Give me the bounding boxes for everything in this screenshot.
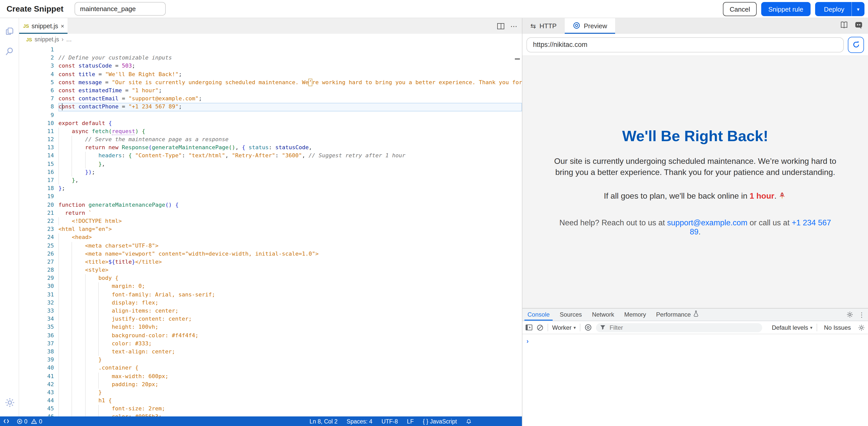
code-line[interactable]: 11async fetch(request) { (19, 127, 522, 136)
code-line[interactable]: 30margin: 0; (19, 283, 522, 291)
tab-close-icon[interactable]: × (61, 23, 64, 29)
code-line[interactable]: 14headers: { "Content-Type": "text/html"… (19, 152, 522, 160)
code-line[interactable]: 31font-family: Arial, sans-serif; (19, 291, 522, 299)
console-settings-gear-icon[interactable] (858, 324, 865, 331)
tab-http[interactable]: ⇆ HTTP (522, 18, 565, 34)
code-line[interactable]: 46color: #0056b3; (19, 413, 522, 417)
breadcrumb-more[interactable]: … (66, 36, 72, 42)
indent-setting[interactable]: Spaces: 4 (347, 418, 372, 424)
code-line[interactable]: 37color: #333; (19, 340, 522, 348)
code-line[interactable]: 6const estimatedTime = "1 hour"; (19, 87, 522, 95)
breadcrumb-file[interactable]: snippet.js (34, 36, 59, 42)
code-line[interactable]: 18}; (19, 184, 522, 193)
code-line[interactable]: 25<meta charset="UTF-8"> (19, 242, 522, 250)
code-line[interactable]: 20function generateMaintenancePage() { (19, 201, 522, 209)
log-levels-dropdown[interactable]: Default levels▾ (772, 324, 812, 331)
breadcrumb[interactable]: JS snippet.js › … (19, 34, 522, 45)
code-line[interactable]: 32display: flex; (19, 299, 522, 307)
cancel-button[interactable]: Cancel (723, 2, 757, 16)
deploy-button[interactable]: Deploy (815, 5, 851, 13)
code-line[interactable]: 8const contactPhone = "+1 234 567 89"; (19, 103, 522, 111)
code-line[interactable]: 10export default { (19, 119, 522, 127)
discord-chat-icon[interactable] (855, 21, 863, 31)
tab-label: snippet.js (31, 23, 58, 29)
code-line[interactable]: 23<html lang="en"> (19, 225, 522, 233)
code-line[interactable]: 7const contactEmail = "support@example.c… (19, 95, 522, 103)
code-line[interactable]: 19 (19, 193, 522, 201)
live-expression-eye-icon[interactable] (584, 324, 592, 331)
code-line[interactable]: 27<title>${title}</title> (19, 258, 522, 266)
tab-memory[interactable]: Memory (619, 309, 651, 321)
code-line[interactable]: 41max-width: 600px; (19, 372, 522, 380)
devtools-settings-gear-icon[interactable] (846, 311, 854, 318)
code-line[interactable]: 13return new Response(generateMaintenanc… (19, 144, 522, 152)
snippet-rule-button[interactable]: Snippet rule (761, 2, 810, 16)
code-line[interactable]: 17}, (19, 176, 522, 184)
line-number: 28 (19, 266, 54, 274)
code-line[interactable]: 5const message = "Our site is currently … (19, 79, 522, 87)
tab-preview[interactable]: Preview (565, 18, 615, 34)
problems-indicator[interactable]: 0 0 (17, 418, 42, 424)
code-line[interactable]: 28<style> (19, 266, 522, 274)
console-sidebar-toggle-icon[interactable] (525, 324, 532, 331)
console-prompt-chevron[interactable]: › (526, 337, 529, 345)
code-line[interactable]: 26<meta name="viewport" content="width=d… (19, 250, 522, 258)
code-line[interactable]: 36background-color: #f4f4f4; (19, 332, 522, 340)
code-line[interactable]: 45font-size: 2rem; (19, 405, 522, 413)
app-window: Create Snippet Cancel Snippet rule Deplo… (0, 0, 868, 426)
files-icon[interactable] (0, 21, 19, 41)
code-line[interactable]: 3const statusCode = 503; (19, 62, 522, 70)
search-icon[interactable] (0, 41, 19, 61)
issues-status[interactable]: No Issues (824, 324, 851, 331)
code-line[interactable]: 24<head> (19, 234, 522, 242)
code-line[interactable]: 15}, (19, 160, 522, 168)
code-line[interactable]: 1 (19, 46, 522, 54)
code-line[interactable]: 42padding: 20px; (19, 380, 522, 389)
code-line[interactable]: 35height: 100vh; (19, 323, 522, 332)
maintenance-heading: We'll Be Right Back! (554, 128, 836, 145)
code-line[interactable]: 39} (19, 356, 522, 364)
more-actions-icon[interactable]: ⋯ (510, 22, 518, 30)
notifications-bell-icon[interactable] (466, 418, 471, 424)
clear-console-icon[interactable] (536, 324, 544, 331)
support-email-link[interactable]: support@example.com (667, 218, 747, 227)
remote-indicator-icon[interactable] (3, 418, 9, 425)
tab-network[interactable]: Network (587, 309, 619, 321)
context-selector[interactable]: Worker▾ (552, 324, 576, 331)
tab-console[interactable]: Console (522, 309, 555, 321)
settings-gear-icon[interactable] (0, 392, 19, 413)
console-output[interactable]: › (522, 334, 868, 426)
code-line[interactable]: 2// Define your customizable inputs (19, 54, 522, 62)
eol-setting[interactable]: LF (407, 418, 414, 424)
code-line[interactable]: 40.container { (19, 364, 522, 372)
filter-input[interactable] (609, 323, 758, 332)
code-line[interactable]: 9 (19, 111, 522, 119)
reload-button[interactable] (848, 36, 864, 53)
split-editor-icon[interactable] (497, 23, 504, 29)
code-line[interactable]: 16}); (19, 168, 522, 176)
code-line[interactable]: 22<!DOCTYPE html> (19, 217, 522, 225)
docs-book-icon[interactable] (840, 21, 848, 31)
code-line[interactable]: 34justify-content: center; (19, 315, 522, 323)
code-lines[interactable]: 12// Define your customizable inputs3con… (19, 45, 522, 417)
cursor-position[interactable]: Ln 8, Col 2 (310, 418, 338, 424)
encoding-setting[interactable]: UTF-8 (381, 418, 398, 424)
snippet-name-input[interactable] (74, 2, 166, 16)
tab-performance[interactable]: Performance (651, 309, 704, 321)
code-line[interactable]: 43} (19, 389, 522, 397)
kebab-menu-icon[interactable]: ⋮ (859, 311, 865, 318)
code-line[interactable]: 29body { (19, 275, 522, 283)
tab-snippet-js[interactable]: JS snippet.js × (19, 18, 67, 34)
code-line[interactable]: 33align-items: center; (19, 307, 522, 315)
url-input[interactable] (526, 37, 844, 52)
code-line[interactable]: 4const title = "We'll Be Right Back!"; (19, 70, 522, 78)
tab-sources[interactable]: Sources (555, 309, 587, 321)
deploy-dropdown-caret-icon[interactable]: ▾ (852, 6, 865, 12)
code-line[interactable]: 21 return ` (19, 209, 522, 217)
devtools-panel: Console Sources Network Memory Performan… (522, 308, 868, 426)
line-number: 23 (19, 225, 54, 233)
language-mode[interactable]: { } JavaScript (423, 418, 457, 424)
code-line[interactable]: 38text-align: center; (19, 348, 522, 356)
code-line[interactable]: 12// Serve the maintenance page as a res… (19, 136, 522, 144)
code-line[interactable]: 44h1 { (19, 397, 522, 405)
